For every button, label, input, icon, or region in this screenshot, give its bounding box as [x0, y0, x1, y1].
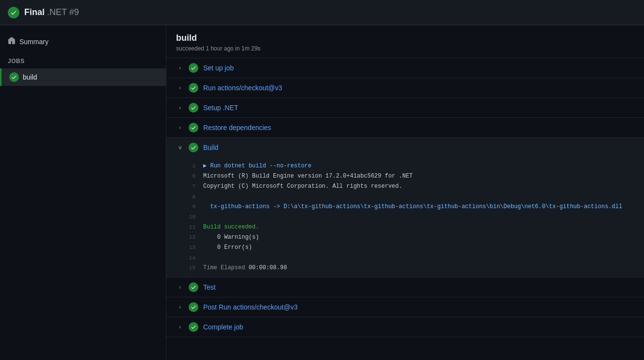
- log-line-8: 8: [166, 192, 644, 202]
- step-status-icon: [189, 63, 198, 73]
- log-output: 1 ▶ Run dotnet build --no-restore 6 Micr…: [166, 157, 644, 278]
- log-line-13[interactable]: 13 0 Error(s): [166, 243, 644, 253]
- step-label-restore: Restore dependencies: [203, 124, 271, 131]
- step-status-icon: [189, 322, 198, 332]
- log-line-1[interactable]: 1 ▶ Run dotnet build --no-restore: [166, 161, 644, 171]
- sidebar-summary-label: Summary: [19, 38, 48, 46]
- step-status-icon: [189, 302, 198, 312]
- sidebar-item-summary[interactable]: Summary: [0, 33, 166, 50]
- main-layout: Summary Jobs build build succeeded 1 hou…: [0, 25, 644, 360]
- log-line-7[interactable]: 7 Copyright (C) Microsoft Corporation. A…: [166, 181, 644, 192]
- chevron-right-icon: ›: [176, 324, 184, 330]
- step-label-post-checkout: Post Run actions/checkout@v3: [203, 303, 298, 311]
- step-row-setup-job[interactable]: › Set up job: [166, 58, 644, 78]
- log-line-14: 14: [166, 253, 644, 263]
- step-row-restore[interactable]: › Restore dependencies: [166, 118, 644, 138]
- step-label-checkout: Run actions/checkout@v3: [203, 84, 282, 92]
- step-row-setup-net[interactable]: › Setup .NET: [166, 98, 644, 118]
- page-title: Final .NET #9: [24, 7, 79, 17]
- step-status-icon: [189, 83, 198, 93]
- step-label-test: Test: [203, 283, 216, 291]
- status-check-icon: [8, 7, 19, 18]
- sidebar-job-build[interactable]: build: [0, 68, 166, 86]
- step-status-icon: [189, 103, 198, 113]
- job-status-icon: [9, 72, 19, 82]
- step-label-setup-net: Setup .NET: [203, 104, 238, 112]
- chevron-right-icon: ›: [176, 84, 184, 91]
- step-status-icon: [189, 143, 198, 152]
- log-line-9[interactable]: 9 tx-github-actions -> D:\a\tx-github-ac…: [166, 202, 644, 212]
- build-title: build: [176, 33, 634, 43]
- top-header: Final .NET #9: [0, 0, 644, 25]
- chevron-right-icon: ›: [176, 124, 184, 131]
- chevron-right-icon: ›: [176, 65, 184, 71]
- log-line-6[interactable]: 6 Microsoft (R) Build Engine version 17.…: [166, 171, 644, 181]
- home-icon: [8, 37, 16, 46]
- log-line-10: 10: [166, 212, 644, 222]
- log-line-11[interactable]: 11 Build succeeded.: [166, 222, 644, 232]
- step-status-icon: [189, 282, 198, 292]
- step-status-icon: [189, 123, 198, 132]
- sidebar: Summary Jobs build: [0, 25, 166, 360]
- step-label-complete-job: Complete job: [203, 323, 243, 331]
- log-line-15[interactable]: 15 Time Elapsed 00:00:08.98: [166, 263, 644, 273]
- build-subtitle: succeeded 1 hour ago in 1m 29s: [176, 45, 634, 52]
- step-label-build: Build: [203, 144, 218, 151]
- jobs-section-label: Jobs: [0, 54, 166, 68]
- step-row-checkout[interactable]: › Run actions/checkout@v3: [166, 78, 644, 98]
- build-header: build succeeded 1 hour ago in 1m 29s: [166, 25, 644, 58]
- log-line-12[interactable]: 12 0 Warning(s): [166, 232, 644, 243]
- step-label-setup-job: Set up job: [203, 64, 234, 72]
- chevron-right-icon: ›: [176, 104, 184, 111]
- chevron-right-icon: ›: [176, 304, 184, 311]
- job-label: build: [23, 73, 37, 81]
- step-row-post-checkout[interactable]: › Post Run actions/checkout@v3: [166, 297, 644, 317]
- chevron-right-icon: ›: [176, 284, 184, 291]
- step-row-complete-job[interactable]: › Complete job: [166, 317, 644, 337]
- step-row-build[interactable]: ∨ Build: [166, 138, 644, 157]
- chevron-down-icon: ∨: [176, 144, 184, 151]
- content-area: build succeeded 1 hour ago in 1m 29s › S…: [166, 25, 644, 360]
- step-row-test[interactable]: › Test: [166, 278, 644, 297]
